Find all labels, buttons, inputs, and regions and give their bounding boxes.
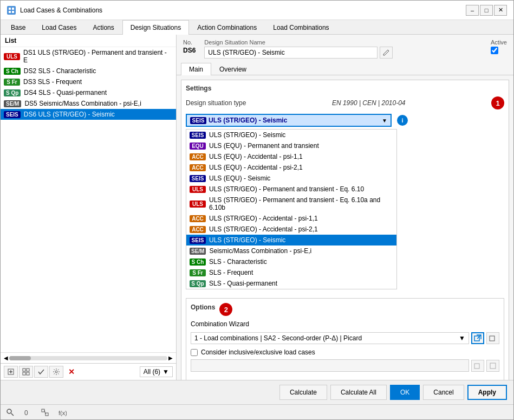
badge-and-dropdown: 1 — [491, 96, 504, 109]
combination-wizard-dropdown[interactable]: 1 - Load combinations | SA2 - Second-ord… — [191, 332, 469, 344]
dropdown-item[interactable]: SEIS ULS (STR/GEO) - Seismic — [186, 130, 396, 140]
item-label: ULS (EQU) - Permanent and transient — [209, 142, 319, 150]
calculate-all-button[interactable]: Calculate All — [330, 385, 387, 400]
svg-rect-9 — [23, 372, 25, 375]
item-tag: S Ch — [190, 259, 206, 266]
tab-base[interactable]: Base — [3, 20, 34, 35]
calculate-button[interactable]: Calculate — [279, 385, 327, 400]
scroll-right-arrow[interactable]: ▶ — [167, 355, 174, 361]
inclusive-checkbox[interactable] — [191, 349, 198, 356]
list-item[interactable]: S Qp DS4 SLS - Quasi-permanent — [1, 87, 176, 98]
delete-button[interactable]: ✕ — [64, 366, 79, 378]
item-tag: S Qp — [4, 89, 21, 96]
list-item[interactable]: ULS DS1 ULS (STR/GEO) - Permanent and tr… — [1, 47, 176, 66]
item-tag: EQU — [190, 143, 206, 150]
selected-tag: SEIS — [190, 117, 206, 124]
dropdown-item[interactable]: S Fr SLS - Frequent — [186, 267, 396, 278]
item-label: ULS (STR/GEO) - Seismic — [209, 236, 285, 244]
formula-icon[interactable]: f(x) — [57, 407, 68, 418]
split-button[interactable] — [19, 366, 33, 378]
item-label: DS5 Seismic/Mass Combination - psi-E,i — [24, 100, 141, 107]
dropdown-item[interactable]: SE/M Seismic/Mass Combination - psi-E,i — [186, 245, 396, 256]
item-label: ULS (STR/GEO) - Permanent and transient … — [209, 196, 393, 211]
scrollbar-track[interactable] — [9, 356, 167, 360]
dropdown-selected-text: ULS (STR/GEO) - Seismic — [209, 117, 380, 124]
dropdown-item[interactable]: S Qp SLS - Quasi-permanent — [186, 278, 396, 289]
footer: Calculate Calculate All OK Cancel Apply — [1, 380, 513, 404]
dropdown-item[interactable]: ACC ULS (EQU) - Accidental - psi-1,1 — [186, 151, 396, 162]
item-tag: S Ch — [4, 68, 21, 75]
tab-actions[interactable]: Actions — [84, 20, 122, 35]
dropdown-item[interactable]: ULS ULS (STR/GEO) - Permanent and transi… — [186, 195, 396, 213]
tab-load-cases[interactable]: Load Cases — [34, 20, 84, 35]
scroll-left-arrow[interactable]: ◀ — [3, 355, 9, 361]
model-icon[interactable] — [40, 407, 50, 418]
svg-rect-2 — [9, 11, 11, 13]
item-tag: SE/M — [4, 100, 21, 107]
minimize-button[interactable]: – — [466, 5, 479, 16]
number-icon[interactable]: 0 — [22, 407, 33, 418]
ds-name-input[interactable] — [204, 47, 378, 59]
close-button[interactable]: ✕ — [494, 5, 507, 16]
add-button[interactable] — [4, 366, 18, 378]
item-label: ULS (STR/GEO) - Accidental - psi-1,1 — [209, 215, 318, 222]
dropdown-item-selected[interactable]: SEIS ULS (STR/GEO) - Seismic — [186, 235, 396, 245]
dropdown-item[interactable]: SEIS ULS (EQU) - Seismic — [186, 173, 396, 184]
list-item[interactable]: SE/M DS5 Seismic/Mass Combination - psi-… — [1, 98, 176, 109]
left-panel: List ULS DS1 ULS (STR/GEO) - Permanent a… — [1, 35, 177, 380]
combination-wizard-dropdown-row: 1 - Load combinations | SA2 - Second-ord… — [191, 332, 499, 344]
list-item[interactable]: S Fr DS3 SLS - Frequent — [1, 76, 176, 87]
combination-wizard-new-button[interactable] — [486, 332, 499, 344]
item-tag: SEIS — [190, 237, 206, 244]
svg-rect-8 — [27, 369, 29, 371]
filter-dropdown[interactable]: All (6) ▼ — [140, 366, 173, 377]
toolbar-bottom: ✕ All (6) ▼ — [1, 363, 176, 380]
check-button[interactable] — [34, 366, 48, 378]
combination-wizard-open-button[interactable] — [471, 332, 484, 344]
tab-main[interactable]: Main — [181, 63, 211, 75]
ok-button[interactable]: OK — [390, 385, 420, 400]
sub-tab-bar: Main Overview — [177, 63, 513, 75]
dropdown-item[interactable]: ULS ULS (STR/GEO) - Permanent and transi… — [186, 184, 396, 195]
scrollbar-thumb — [9, 356, 31, 360]
dropdown-item[interactable]: EQU ULS (EQU) - Permanent and transient — [186, 140, 396, 151]
list-item-selected[interactable]: SEIS DS6 ULS (STR/GEO) - Seismic — [1, 109, 176, 120]
tab-load-combinations[interactable]: Load Combinations — [265, 20, 337, 35]
apply-button[interactable]: Apply — [467, 385, 507, 400]
list-item[interactable]: S Ch DS2 SLS - Characteristic — [1, 66, 176, 76]
design-situation-dropdown[interactable]: SEIS ULS (STR/GEO) - Seismic ▼ — [186, 114, 392, 127]
options-title: Options — [191, 303, 215, 311]
badge-2: 2 — [219, 303, 232, 316]
info-button[interactable]: i — [397, 115, 408, 126]
svg-line-21 — [11, 413, 14, 416]
item-tag: ULS — [4, 53, 20, 60]
maximize-button[interactable]: □ — [480, 5, 493, 16]
settings-button[interactable] — [49, 366, 63, 378]
right-header: No. DS6 Design Situation Name Active — [177, 35, 513, 63]
combination-wizard-row: Combination Wizard — [191, 320, 499, 328]
badge-1: 1 — [491, 96, 504, 109]
item-tag: ACC — [190, 226, 206, 233]
dropdown-item[interactable]: ACC ULS (STR/GEO) - Accidental - psi-2,1 — [186, 224, 396, 235]
active-checkbox[interactable] — [491, 47, 498, 54]
tab-overview[interactable]: Overview — [211, 63, 255, 75]
inclusive-open-button[interactable] — [471, 360, 484, 372]
search-icon[interactable] — [5, 407, 16, 418]
item-label: DS6 ULS (STR/GEO) - Seismic — [24, 111, 115, 118]
type-label: Design situation type — [186, 99, 246, 107]
name-label: Design Situation Name — [204, 39, 393, 46]
tab-design-situations[interactable]: Design Situations — [122, 20, 189, 35]
inclusive-new-button[interactable] — [486, 360, 499, 372]
cancel-button[interactable]: Cancel — [423, 385, 464, 400]
window-controls: – □ ✕ — [466, 5, 507, 16]
item-label: SLS - Frequent — [209, 269, 253, 276]
dropdown-item[interactable]: ACC ULS (EQU) - Accidental - psi-2,1 — [186, 162, 396, 173]
tab-action-combinations[interactable]: Action Combinations — [189, 20, 265, 35]
dropdown-item[interactable]: ACC ULS (STR/GEO) - Accidental - psi-1,1 — [186, 213, 396, 224]
edit-name-button[interactable] — [380, 47, 393, 59]
right-panel: No. DS6 Design Situation Name Active — [177, 35, 513, 380]
options-header: Options 2 — [191, 303, 499, 316]
active-field: Active — [491, 39, 507, 54]
inclusive-input[interactable] — [191, 359, 469, 372]
dropdown-item[interactable]: S Ch SLS - Characteristic — [186, 256, 396, 267]
